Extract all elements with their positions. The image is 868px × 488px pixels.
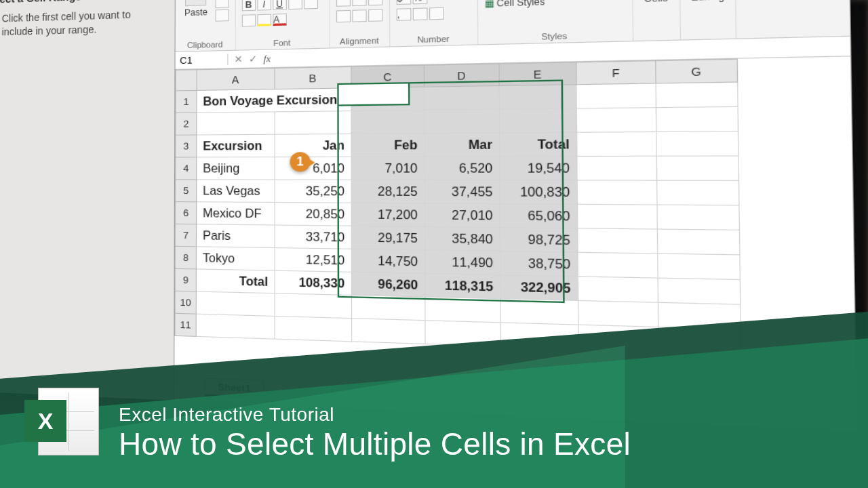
row-header[interactable]: 6: [175, 202, 196, 224]
cell[interactable]: Tokyo: [196, 247, 275, 270]
row-header[interactable]: 7: [175, 224, 196, 246]
increase-decimal-icon[interactable]: [412, 7, 427, 20]
cell[interactable]: 35,840: [425, 226, 500, 251]
cell[interactable]: Mar: [425, 133, 500, 157]
spreadsheet-grid[interactable]: A B C D E F G 1 Bon Voyage Excursions 2 …: [174, 56, 856, 430]
cell[interactable]: [275, 316, 352, 341]
font-color-icon[interactable]: A: [273, 14, 287, 26]
underline-button[interactable]: U: [273, 0, 287, 10]
cell[interactable]: [425, 321, 501, 346]
cell[interactable]: Beijing: [197, 157, 275, 180]
cell[interactable]: [500, 323, 578, 349]
col-header-g[interactable]: G: [656, 59, 738, 83]
cell[interactable]: [656, 106, 738, 131]
cell[interactable]: [197, 112, 275, 135]
row-header[interactable]: 2: [176, 113, 197, 135]
cell[interactable]: 17,200: [351, 203, 425, 226]
cell[interactable]: [196, 314, 275, 339]
cell[interactable]: [656, 156, 738, 180]
cell[interactable]: Excursion: [197, 134, 275, 157]
paste-button[interactable]: Paste: [182, 0, 211, 20]
fx-icon[interactable]: fx: [264, 52, 271, 64]
decrease-decimal-icon[interactable]: [429, 7, 444, 20]
cell[interactable]: [425, 297, 501, 323]
cell[interactable]: [577, 131, 657, 156]
cell[interactable]: [658, 327, 741, 354]
cell[interactable]: 11,490: [425, 250, 500, 275]
cell[interactable]: Las Vegas: [197, 180, 275, 203]
enter-formula-icon[interactable]: ✓: [249, 53, 257, 65]
row-header[interactable]: 4: [176, 157, 197, 180]
cell[interactable]: Total: [500, 132, 577, 157]
col-header-c[interactable]: C: [351, 65, 425, 88]
cell[interactable]: 33,710: [275, 225, 351, 249]
cell[interactable]: [656, 131, 738, 157]
cell[interactable]: Jan: [275, 134, 351, 157]
cell[interactable]: [578, 300, 658, 327]
cell[interactable]: [577, 204, 657, 229]
col-header-f[interactable]: F: [576, 61, 656, 85]
row-header[interactable]: 1: [176, 90, 197, 113]
cell[interactable]: [351, 87, 425, 110]
cell[interactable]: 6,520: [425, 157, 500, 180]
cell[interactable]: [500, 299, 578, 325]
cell[interactable]: [196, 291, 275, 316]
decrease-indent-icon[interactable]: [336, 10, 351, 23]
cell[interactable]: 37,455: [425, 180, 500, 203]
cell[interactable]: [424, 86, 499, 110]
select-all-corner[interactable]: [176, 70, 197, 91]
cell[interactable]: 118,315: [425, 273, 500, 298]
cell[interactable]: 38,750: [500, 251, 578, 277]
cell[interactable]: 108,330: [275, 270, 352, 295]
cell[interactable]: 96,260: [351, 272, 425, 297]
cell[interactable]: 20,850: [275, 203, 351, 226]
fill-color-icon[interactable]: [257, 14, 271, 26]
formula-input[interactable]: [277, 46, 850, 58]
cell[interactable]: [658, 278, 741, 304]
cell[interactable]: [275, 111, 351, 135]
cell[interactable]: [657, 180, 739, 205]
cell[interactable]: [578, 228, 658, 253]
row-header[interactable]: 5: [176, 180, 197, 202]
cells-button[interactable]: Cells: [639, 0, 672, 6]
borders-icon[interactable]: [241, 14, 255, 26]
cell[interactable]: 29,175: [351, 226, 425, 250]
cell-styles-button[interactable]: Cell Styles: [485, 0, 601, 9]
align-left-icon[interactable]: [336, 0, 351, 7]
increase-font-icon[interactable]: [288, 0, 302, 9]
row-header[interactable]: 11: [175, 313, 196, 336]
cell[interactable]: 65,060: [500, 204, 578, 228]
cell[interactable]: [658, 302, 741, 329]
cell[interactable]: 98,725: [500, 228, 578, 253]
cell[interactable]: 14,750: [351, 249, 425, 273]
cell[interactable]: 12,510: [275, 248, 352, 272]
cell[interactable]: 322,905: [500, 275, 578, 301]
row-header[interactable]: 9: [175, 268, 196, 291]
row-header[interactable]: 10: [175, 291, 196, 314]
cell[interactable]: [576, 108, 656, 133]
cell[interactable]: [352, 319, 425, 344]
increase-indent-icon[interactable]: [352, 9, 366, 22]
cancel-formula-icon[interactable]: ✕: [234, 53, 242, 65]
cell[interactable]: 27,010: [425, 203, 500, 228]
cell[interactable]: [275, 293, 352, 319]
comma-icon[interactable]: ,: [396, 8, 411, 21]
cell[interactable]: [578, 325, 658, 352]
cell[interactable]: 28,125: [351, 180, 425, 203]
cell[interactable]: [351, 295, 425, 320]
cell[interactable]: [351, 110, 425, 134]
cell[interactable]: [499, 85, 576, 109]
cell[interactable]: [576, 83, 656, 108]
decrease-font-icon[interactable]: [304, 0, 318, 9]
cell[interactable]: 19,540: [500, 157, 577, 180]
cell[interactable]: [425, 109, 500, 134]
cell[interactable]: [578, 277, 658, 302]
cell[interactable]: Feb: [351, 134, 425, 157]
cell[interactable]: 35,250: [275, 180, 351, 203]
cell[interactable]: [577, 156, 657, 180]
format-painter-icon[interactable]: [215, 9, 229, 22]
cell[interactable]: [577, 180, 657, 205]
percent-icon[interactable]: %: [412, 0, 427, 4]
copy-icon[interactable]: [215, 0, 229, 8]
bold-button[interactable]: B: [241, 0, 255, 11]
